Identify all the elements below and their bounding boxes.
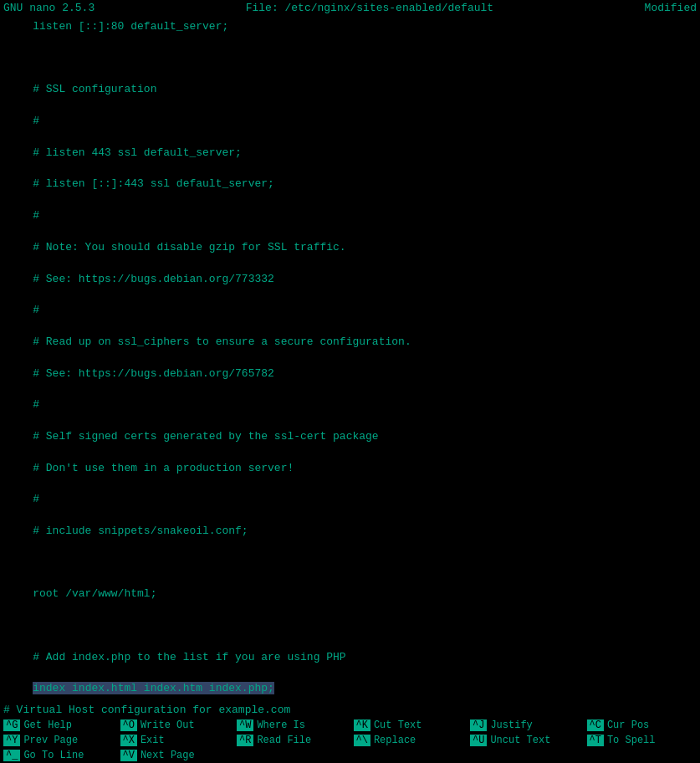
shortcut-prev-page[interactable]: ^Y Prev Page [0, 733, 117, 748]
shortcut-key-cur-pos: ^C [587, 719, 604, 731]
shortcut-label-next-page: Next Page [141, 750, 195, 761]
bottom-bar: ^G Get Help ^O Write Out ^W Where Is ^K … [0, 718, 700, 763]
shortcut-where-is[interactable]: ^W Where Is [233, 718, 350, 733]
shortcut-read-file[interactable]: ^R Read File [233, 733, 350, 748]
shortcut-label-where-is: Where Is [257, 719, 305, 731]
shortcut-to-spell[interactable]: ^T To Spell [584, 733, 701, 748]
shortcut-get-help[interactable]: ^G Get Help [0, 718, 117, 733]
shortcut-key-where-is: ^W [237, 719, 253, 731]
shortcut-key-read-file: ^R [237, 735, 253, 746]
title-bar: GNU nano 2.5.3 File: /etc/nginx/sites-en… [0, 0, 700, 16]
shortcut-replace[interactable]: ^\ Replace [350, 733, 468, 748]
shortcut-label-replace: Replace [374, 735, 416, 746]
shortcut-key-next-page: ^V [120, 750, 137, 761]
shortcut-key-cut-text: ^K [354, 719, 370, 731]
shortcut-label-to-spell: To Spell [607, 735, 656, 746]
shortcut-key-write-out: ^O [120, 719, 137, 731]
shortcut-key-exit: ^X [120, 735, 137, 746]
shortcut-key-prev-page: ^Y [3, 735, 20, 746]
shortcut-label-write-out: Write Out [141, 719, 195, 731]
shortcut-key-to-spell: ^T [587, 735, 604, 746]
status-bar: # Virtual Host configuration for example… [0, 702, 700, 718]
shortcut-uncut-text[interactable]: ^U Uncut Text [467, 733, 584, 748]
shortcut-go-to-line[interactable]: ^_ Go To Line [0, 748, 117, 763]
shortcut-justify[interactable]: ^J Justify [467, 718, 584, 733]
shortcut-key-uncut-text: ^U [470, 735, 487, 746]
editor-content: listen [::]:80 default_server; # SSL con… [7, 19, 693, 702]
app-name: GNU nano 2.5.3 [3, 2, 95, 14]
shortcut-key-replace: ^\ [354, 735, 370, 746]
shortcut-cut-text[interactable]: ^K Cut Text [350, 718, 468, 733]
shortcut-exit[interactable]: ^X Exit [117, 733, 234, 748]
shortcut-label-prev-page: Prev Page [23, 735, 78, 746]
modified-status: Modified [645, 2, 697, 14]
shortcut-write-out[interactable]: ^O Write Out [117, 718, 234, 733]
status-text: # Virtual Host configuration for example… [3, 704, 290, 716]
shortcut-label-cut-text: Cut Text [374, 719, 422, 731]
shortcut-label-justify: Justify [490, 719, 532, 731]
shortcut-label-get-help: Get Help [23, 719, 72, 731]
file-label: File: /etc/nginx/sites-enabled/default [246, 2, 493, 14]
editor-area[interactable]: listen [::]:80 default_server; # SSL con… [0, 16, 700, 702]
shortcut-key-justify: ^J [470, 719, 487, 731]
shortcut-label-uncut-text: Uncut Text [490, 735, 550, 746]
shortcut-label-read-file: Read File [257, 735, 311, 746]
shortcut-key-get-help: ^G [3, 719, 20, 731]
shortcut-label-go-to-line: Go To Line [23, 750, 84, 761]
shortcut-cur-pos[interactable]: ^C Cur Pos [584, 718, 701, 733]
shortcut-label-exit: Exit [141, 735, 165, 746]
shortcut-key-go-to-line: ^_ [3, 750, 20, 761]
shortcut-label-cur-pos: Cur Pos [607, 719, 649, 731]
shortcut-next-page[interactable]: ^V Next Page [117, 748, 234, 763]
